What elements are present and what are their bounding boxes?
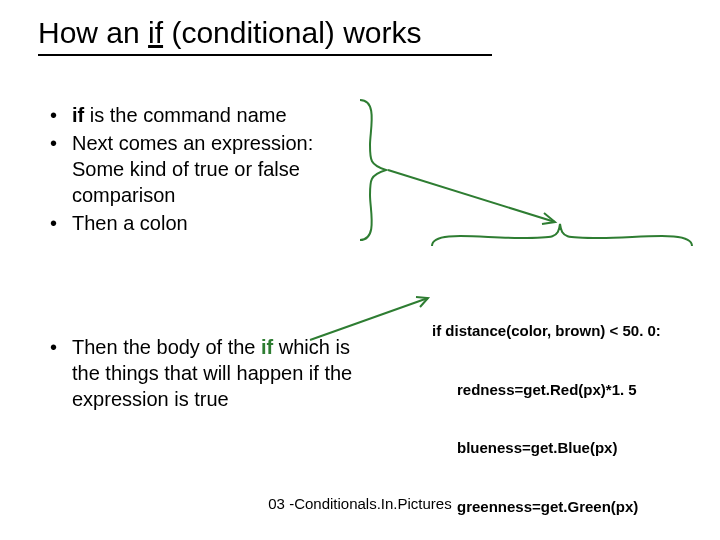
list-item: Then a colon <box>50 210 370 236</box>
bullet-text: Next comes an expression: Some kind of t… <box>72 132 313 206</box>
keyword-if: if <box>261 336 273 358</box>
title-pre: How an <box>38 16 148 49</box>
list-item: Then the body of the if which is the thi… <box>50 334 370 412</box>
bullet-text: Then the body of the <box>72 336 261 358</box>
code-line: redness=get.Red(px)*1. 5 <box>432 380 661 400</box>
bullet-text: is the command name <box>84 104 286 126</box>
list-item: if is the command name <box>50 102 370 128</box>
svg-line-0 <box>388 170 555 222</box>
code-line: if distance(color, brown) < 50. 0: <box>432 321 661 341</box>
arrow-icon <box>388 170 555 224</box>
list-item: Next comes an expression: Some kind of t… <box>50 130 370 208</box>
footer-text: 03 -Conditionals.In.Pictures <box>0 495 720 512</box>
slide: How an if (conditional) works if is the … <box>0 0 720 540</box>
title-post: (conditional) works <box>163 16 421 49</box>
bullet-text: Then a colon <box>72 212 188 234</box>
slide-title: How an if (conditional) works <box>38 16 492 56</box>
bullets-top: if is the command name Next comes an exp… <box>50 102 370 238</box>
brace-icon <box>432 224 692 246</box>
bullets-bottom: Then the body of the if which is the thi… <box>50 334 370 414</box>
keyword-if: if <box>72 104 84 126</box>
code-line: blueness=get.Blue(px) <box>432 438 661 458</box>
title-if: if <box>148 16 163 49</box>
